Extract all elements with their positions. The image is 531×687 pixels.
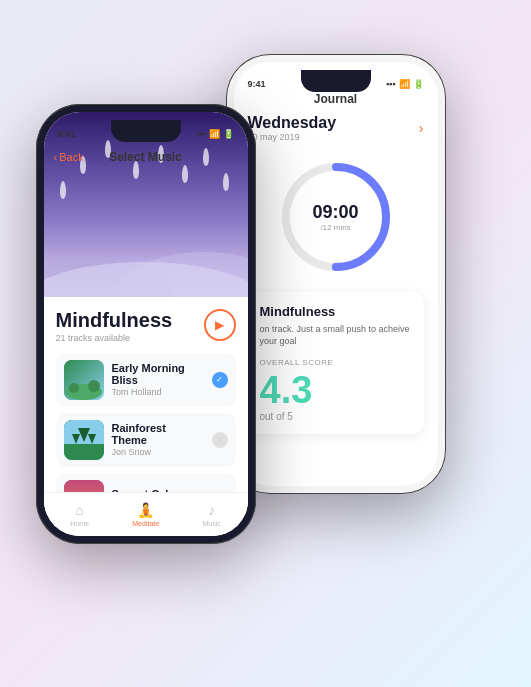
music-info: Mindfulness 21 tracks available	[56, 309, 173, 343]
timer-section: 09:00 /12 mins	[234, 157, 438, 277]
music-title: Mindfulness	[56, 309, 173, 332]
home-icon: ⌂	[75, 502, 83, 518]
track-info: Early Morning Bliss Tom Holland	[112, 362, 204, 397]
track-item[interactable]: Rainforest Theme Jon Snow ○	[56, 413, 236, 467]
right-status-icons: ▪▪▪ 📶 🔋	[386, 79, 424, 89]
journal-day: Wednesday	[248, 114, 337, 132]
timer-time: 09:00	[312, 202, 358, 223]
wifi-icon: 📶	[399, 79, 410, 89]
right-time: 9:41	[248, 79, 266, 89]
track-check-active: ✓	[212, 372, 228, 388]
bottom-nav: ⌂ Home 🧘 Meditate ♪ Music	[44, 492, 248, 536]
signal-icon: ▪▪▪	[386, 79, 396, 89]
play-icon: ▶	[215, 318, 224, 332]
signal-icon: ▪▪▪	[196, 129, 206, 139]
svg-point-6	[88, 380, 100, 392]
track-info: Rainforest Theme Jon Snow	[112, 422, 204, 457]
morning-thumb-art	[64, 360, 104, 400]
hills-svg	[44, 227, 248, 297]
track-author: Tom Holland	[112, 387, 204, 397]
left-time: 9:41	[58, 129, 76, 139]
nav-label-music: Music	[203, 520, 221, 527]
nav-label-meditate: Meditate	[132, 520, 159, 527]
music-header: Mindfulness 21 tracks available ▶	[56, 309, 236, 343]
back-label: Back	[59, 151, 83, 163]
track-name: Early Morning Bliss	[112, 362, 204, 386]
left-phone-screen: 9:41 ▪▪▪ 📶 🔋 ‹ Back Select Music	[44, 112, 248, 536]
score-card-subtitle: on track. Just a small push to acheive y…	[260, 323, 412, 348]
battery-icon: 🔋	[223, 129, 234, 139]
wifi-icon: 📶	[209, 129, 220, 139]
left-phone-content: 9:41 ▪▪▪ 📶 🔋 ‹ Back Select Music	[44, 112, 248, 536]
score-value: 4.3	[260, 371, 412, 409]
overall-score-label: Overall Score	[260, 358, 412, 367]
back-chevron: ‹	[54, 151, 58, 163]
nav-title: Select Music	[109, 150, 182, 164]
right-notch	[301, 70, 371, 92]
rain-drop	[223, 173, 229, 191]
journal-date-section: Wednesday 10 may 2019 ›	[248, 114, 424, 142]
rainforest-thumb-art	[64, 420, 104, 460]
nav-item-home[interactable]: ⌂ Home	[70, 502, 89, 527]
play-button[interactable]: ▶	[204, 309, 236, 341]
music-subtitle: 21 tracks available	[56, 333, 173, 343]
left-phone: 9:41 ▪▪▪ 📶 🔋 ‹ Back Select Music	[36, 104, 256, 544]
track-author: Jon Snow	[112, 447, 204, 457]
chevron-right-icon[interactable]: ›	[419, 120, 424, 136]
left-notch	[111, 120, 181, 142]
left-nav-bar: ‹ Back Select Music	[44, 142, 248, 172]
right-phone: 9:41 ▪▪▪ 📶 🔋 Journal Wednesday 10 may 2	[226, 54, 446, 494]
journal-date-info: Wednesday 10 may 2019	[248, 114, 337, 142]
track-name: Rainforest Theme	[112, 422, 204, 446]
left-status-icons: ▪▪▪ 📶 🔋	[196, 129, 234, 139]
right-phone-screen: 9:41 ▪▪▪ 📶 🔋 Journal Wednesday 10 may 2	[234, 62, 438, 486]
timer-circle: 09:00 /12 mins	[276, 157, 396, 277]
nav-item-meditate[interactable]: 🧘 Meditate	[132, 502, 159, 527]
track-item[interactable]: Early Morning Bliss Tom Holland ✓	[56, 353, 236, 407]
track-thumbnail	[64, 360, 104, 400]
track-thumbnail	[64, 420, 104, 460]
score-max: out of 5	[260, 411, 412, 422]
svg-point-5	[69, 383, 79, 393]
meditate-icon: 🧘	[137, 502, 154, 518]
rain-drop	[60, 181, 66, 199]
phones-container: 9:41 ▪▪▪ 📶 🔋 ‹ Back Select Music	[26, 24, 506, 664]
music-icon: ♪	[208, 502, 215, 518]
svg-rect-8	[64, 444, 104, 460]
timer-text: 09:00 /12 mins	[312, 202, 358, 232]
timer-label: /12 mins	[312, 223, 358, 232]
score-card: Mindfulness on track. Just a small push …	[248, 292, 424, 434]
score-card-title: Mindfulness	[260, 304, 412, 319]
back-button[interactable]: ‹ Back	[54, 151, 84, 163]
battery-icon: 🔋	[413, 79, 424, 89]
nav-item-music[interactable]: ♪ Music	[203, 502, 221, 527]
nav-label-home: Home	[70, 520, 89, 527]
journal-date: 10 may 2019	[248, 132, 337, 142]
track-check-inactive: ○	[212, 432, 228, 448]
right-phone-content: 9:41 ▪▪▪ 📶 🔋 Journal Wednesday 10 may 2	[234, 62, 438, 486]
